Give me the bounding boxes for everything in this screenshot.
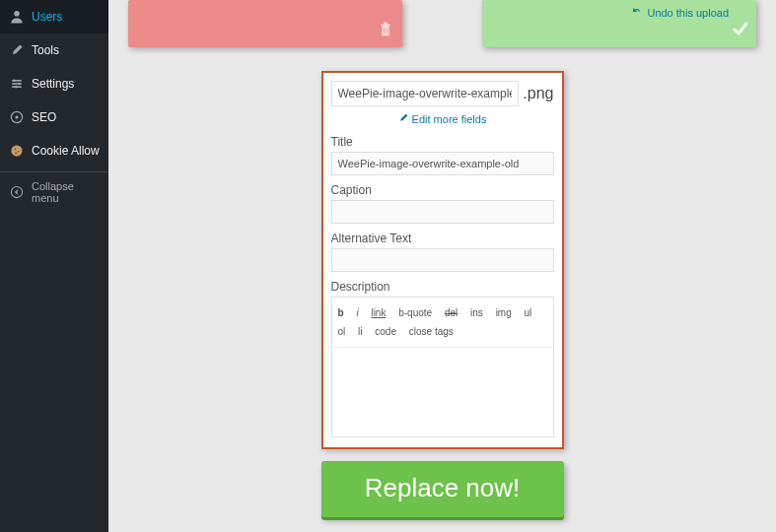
description-textarea[interactable] (332, 347, 553, 433)
svg-rect-14 (382, 26, 388, 35)
seo-icon (8, 108, 26, 126)
qt-bold[interactable]: b (338, 307, 344, 318)
svg-point-5 (18, 83, 20, 85)
main-content: Undo this upload .png Edit more fields T… (108, 0, 776, 532)
sidebar-item-settings[interactable]: Settings (0, 67, 108, 100)
svg-point-12 (15, 153, 17, 155)
svg-point-0 (14, 11, 20, 17)
new-image-card: Undo this upload (482, 0, 756, 47)
sidebar-collapse[interactable]: Collapse menu (0, 171, 108, 212)
qt-ul[interactable]: ul (525, 307, 532, 318)
qt-li[interactable]: li (358, 326, 362, 337)
alt-text-label: Alternative Text (331, 232, 554, 245)
qt-code[interactable]: code (375, 326, 396, 337)
qt-del[interactable]: del (445, 307, 458, 318)
sidebar-item-cookie-allow[interactable]: Cookie Allow (0, 134, 108, 167)
qt-img[interactable]: img (496, 307, 512, 318)
sidebar-item-label: Users (32, 10, 62, 24)
filename-input[interactable] (331, 81, 520, 106)
collapse-icon (8, 183, 26, 201)
file-extension: .png (523, 85, 553, 102)
check-icon (731, 19, 750, 41)
caption-label: Caption (331, 183, 554, 197)
svg-rect-17 (384, 28, 385, 33)
quicktags-toolbar: b i link b-quote del ins img ul ol li co… (332, 298, 553, 347)
description-label: Description (331, 280, 554, 294)
qt-ol[interactable]: ol (338, 326, 346, 337)
sidebar-item-label: Settings (32, 77, 74, 91)
collapse-label: Collapse menu (32, 180, 101, 204)
undo-upload-link[interactable]: Undo this upload (630, 6, 729, 20)
edit-panel: .png Edit more fields Title Caption Alte… (321, 71, 564, 449)
pencil-icon (398, 112, 409, 125)
svg-point-10 (15, 149, 17, 151)
undo-icon (630, 6, 644, 20)
svg-point-9 (11, 145, 22, 156)
undo-label: Undo this upload (647, 7, 729, 19)
sidebar-item-seo[interactable]: SEO (0, 100, 108, 134)
trash-icon[interactable] (377, 21, 394, 41)
settings-icon (8, 75, 26, 93)
edit-more-label: Edit more fields (412, 113, 487, 125)
users-icon (8, 8, 26, 26)
tools-icon (8, 41, 26, 59)
svg-rect-16 (384, 23, 388, 25)
title-input[interactable] (331, 152, 554, 175)
svg-point-8 (15, 115, 18, 118)
cookie-icon (8, 142, 26, 160)
svg-rect-15 (382, 25, 390, 27)
sidebar-item-label: Tools (32, 43, 59, 57)
svg-point-6 (15, 86, 17, 88)
qt-ins[interactable]: ins (470, 307, 483, 318)
svg-point-4 (13, 80, 15, 82)
replace-now-button[interactable]: Replace now! (321, 461, 564, 517)
qt-italic[interactable]: i (356, 307, 358, 318)
qt-link[interactable]: link (371, 307, 386, 318)
sidebar-item-label: SEO (32, 110, 56, 124)
svg-rect-18 (387, 28, 388, 33)
qt-close-tags[interactable]: close tags (409, 326, 454, 337)
sidebar-item-label: Cookie Allow (32, 144, 100, 158)
title-label: Title (331, 135, 554, 149)
sidebar-item-users[interactable]: Users (0, 0, 108, 33)
svg-point-11 (18, 151, 20, 153)
old-image-card (128, 0, 402, 47)
qt-bquote[interactable]: b-quote (398, 307, 432, 318)
alt-text-input[interactable] (331, 248, 554, 272)
sidebar-item-tools[interactable]: Tools (0, 33, 108, 67)
admin-sidebar: Users Tools Settings SEO Cookie Allow Co… (0, 0, 108, 532)
edit-more-fields-link[interactable]: Edit more fields (331, 112, 554, 125)
caption-input[interactable] (331, 200, 554, 224)
